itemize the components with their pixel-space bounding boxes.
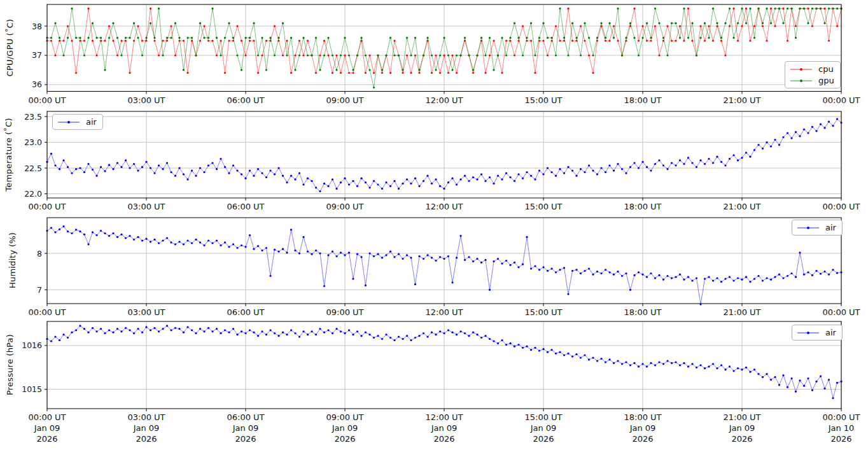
x-tick-label: 18:00 UT (624, 202, 661, 211)
x-tick-label: 12:00 UT (425, 412, 463, 422)
panel-pressure-hpa-: 1015101600:00 UTJan 09202603:00 UTJan 09… (22, 321, 860, 444)
legend-label-air-temp: air (86, 116, 97, 127)
x-tick-label: 00:00 UT (822, 307, 860, 317)
y-tick-label: 37 (32, 50, 42, 60)
y-tick-label: 36 (32, 80, 42, 89)
y-tick-label: 1015 (22, 384, 42, 394)
x-tick-date: Jan 09 (530, 423, 557, 433)
x-tick-year: 2026 (235, 434, 256, 444)
legend-humidity: air (792, 220, 843, 236)
x-tick-date: Jan 09 (729, 423, 755, 433)
panel-humidity-: 7800:00 UT03:00 UT06:00 UT09:00 UT12:00 … (28, 218, 860, 317)
x-tick-year: 2026 (136, 434, 157, 444)
x-tick-label: 18:00 UT (624, 95, 661, 105)
x-tick-label: 00:00 UT (28, 95, 66, 105)
x-tick-label: 21:00 UT (723, 307, 760, 317)
ylabel-pressure: Pressure (hPa) (5, 334, 15, 395)
cpu-legend-sample-icon (790, 66, 813, 73)
air-legend-sample-icon (797, 330, 820, 336)
x-tick-label: 15:00 UT (524, 307, 562, 317)
panel-cpu-gpu-c-: 36373800:00 UT03:00 UT06:00 UT09:00 UT12… (28, 4, 860, 105)
x-tick-label: 21:00 UT (723, 202, 760, 211)
x-tick-year: 2026 (334, 434, 355, 444)
legend-entry-air-pres: air (797, 327, 836, 338)
y-tick-label: 8 (37, 249, 42, 258)
x-tick-label: 12:00 UT (425, 307, 463, 317)
legend-pressure: air (792, 325, 843, 341)
x-tick-label: 21:00 UT (723, 412, 760, 422)
grid (47, 4, 841, 92)
y-tick-label: 22.0 (24, 189, 42, 199)
x-tick-label: 09:00 UT (326, 95, 363, 105)
ylabel-humidity: Humidity (%) (8, 232, 17, 288)
grid (47, 111, 841, 198)
x-tick-year: 2026 (731, 434, 752, 444)
legend-label-gpu: gpu (818, 75, 834, 86)
x-tick-year: 2026 (533, 434, 554, 444)
y-tick-label: 23.0 (24, 137, 42, 147)
x-tick-label: 21:00 UT (723, 95, 760, 105)
x-tick-label: 06:00 UT (227, 412, 264, 422)
x-tick-year: 2026 (830, 434, 851, 444)
x-tick-label: 09:00 UT (326, 202, 363, 211)
x-tick-label: 06:00 UT (227, 202, 264, 211)
legend-cpu-gpu: cpu gpu (785, 61, 841, 88)
x-tick-label: 15:00 UT (524, 412, 562, 422)
legend-label-air-hum: air (825, 222, 836, 233)
grid (47, 218, 841, 304)
y-tick-label: 1016 (22, 341, 42, 350)
x-tick-label: 03:00 UT (127, 307, 165, 317)
x-tick-label: 15:00 UT (524, 95, 562, 105)
legend-entry-air-temp: air (57, 116, 97, 127)
x-tick-label: 06:00 UT (227, 307, 264, 317)
x-tick-label: 09:00 UT (326, 412, 363, 422)
legend-temperature: air (52, 114, 103, 130)
figure: 36373800:00 UT03:00 UT06:00 UT09:00 UT12… (0, 0, 868, 450)
ylabel-cpu-gpu: CPU/GPU (˚C) (5, 19, 15, 77)
x-tick-label: 00:00 UT (822, 202, 860, 211)
x-tick-label: 03:00 UT (127, 202, 165, 211)
x-tick-year: 2026 (433, 434, 454, 444)
air-legend-sample-icon (57, 119, 80, 125)
ylabel-temperature: Temperature (˚C) (4, 118, 13, 191)
gpu-legend-sample-icon (790, 78, 813, 84)
x-tick-year: 2026 (36, 434, 57, 444)
air-legend-sample-icon (797, 225, 820, 231)
x-tick-date: Jan 09 (133, 423, 160, 433)
x-tick-label: 12:00 UT (425, 95, 463, 105)
legend-label-air-pres: air (825, 327, 836, 338)
x-tick-label: 15:00 UT (524, 202, 562, 211)
x-tick-label: 00:00 UT (28, 307, 66, 317)
y-tick-label: 22.5 (24, 164, 42, 173)
x-tick-label: 18:00 UT (624, 307, 661, 317)
x-tick-date: Jan 09 (431, 423, 458, 433)
x-tick-label: 00:00 UT (28, 412, 66, 422)
y-tick-label: 38 (32, 22, 42, 31)
x-tick-label: 00:00 UT (28, 202, 66, 211)
chart-canvas: 36373800:00 UT03:00 UT06:00 UT09:00 UT12… (0, 0, 868, 450)
x-tick-label: 06:00 UT (227, 95, 264, 105)
x-tick-label: 00:00 UT (822, 95, 860, 105)
x-tick-label: 09:00 UT (326, 307, 363, 317)
x-tick-date: Jan 10 (828, 423, 855, 433)
x-tick-label: 18:00 UT (624, 412, 661, 422)
legend-entry-gpu: gpu (790, 75, 834, 86)
x-tick-year: 2026 (632, 434, 653, 444)
legend-label-cpu: cpu (818, 64, 834, 74)
x-tick-date: Jan 09 (232, 423, 259, 433)
x-tick-label: 12:00 UT (425, 202, 463, 211)
legend-entry-cpu: cpu (790, 64, 834, 74)
legend-entry-air-hum: air (797, 222, 836, 233)
x-tick-date: Jan 09 (34, 423, 60, 433)
x-tick-date: Jan 09 (629, 423, 656, 433)
x-tick-label: 03:00 UT (127, 412, 165, 422)
y-tick-label: 23.5 (24, 112, 42, 122)
y-tick-label: 7 (37, 285, 42, 295)
x-tick-label: 03:00 UT (127, 95, 165, 105)
x-tick-date: Jan 09 (332, 423, 358, 433)
x-tick-label: 00:00 UT (822, 412, 860, 422)
panel-temperature-c-: 22.022.523.023.500:00 UT03:00 UT06:00 UT… (24, 111, 860, 211)
